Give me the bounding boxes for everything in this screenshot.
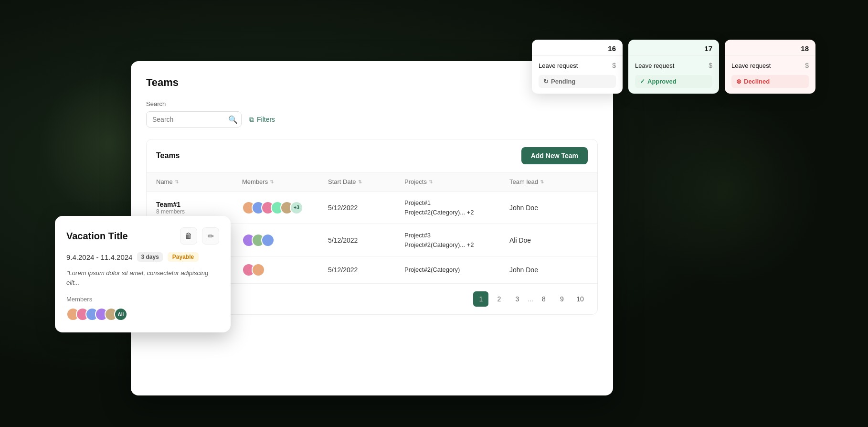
page-ellipsis: ... bbox=[528, 295, 533, 303]
col-start-date: Start Date ⇅ bbox=[328, 178, 404, 185]
sort-members-icon[interactable]: ⇅ bbox=[270, 179, 274, 184]
declined-icon: ⊗ bbox=[736, 78, 741, 85]
team-lead-cell: John Doe bbox=[509, 204, 598, 212]
calendar-cards: 16 Leave request $ ↻ Pending 17 Leave re… bbox=[532, 40, 815, 94]
vacation-avatars: All bbox=[66, 308, 219, 321]
page-9-button[interactable]: 9 bbox=[554, 291, 570, 307]
date-cell: 5/12/2022 bbox=[328, 266, 404, 274]
filters-button[interactable]: ⧉ Filters bbox=[249, 116, 275, 124]
page-2-button[interactable]: 2 bbox=[491, 291, 507, 307]
leave-request-label: Leave request bbox=[731, 62, 771, 69]
delete-icon: 🗑 bbox=[185, 232, 192, 240]
calendar-day: 18 bbox=[725, 40, 815, 56]
members-cell bbox=[242, 234, 328, 247]
members-cell: +3 bbox=[242, 201, 328, 214]
projects-cell: Project#2(Category) bbox=[404, 265, 509, 275]
search-row: 🔍 ⧉ Filters bbox=[146, 111, 598, 128]
projects-cell: Project#3Project#2(Category)... +2 bbox=[404, 231, 509, 249]
members-cell bbox=[242, 263, 328, 277]
avatar bbox=[252, 263, 265, 277]
status-badge: ↻ Pending bbox=[539, 75, 616, 88]
status-label: Pending bbox=[551, 78, 575, 85]
dollar-icon: $ bbox=[612, 62, 616, 69]
status-badge: ⊗ Declined bbox=[731, 75, 809, 88]
teams-table-header: Teams Add New Team bbox=[147, 139, 597, 172]
edit-button[interactable]: ✏ bbox=[202, 227, 219, 245]
filter-icon: ⧉ bbox=[249, 116, 254, 124]
delete-button[interactable]: 🗑 bbox=[180, 227, 197, 245]
search-label: Search bbox=[146, 100, 598, 107]
page-8-button[interactable]: 8 bbox=[536, 291, 551, 307]
edit-icon: ✏ bbox=[208, 232, 214, 241]
table-title: Teams bbox=[156, 151, 180, 160]
team-name-cell: Team#1 8 members bbox=[156, 201, 242, 215]
avatar bbox=[261, 234, 275, 247]
pending-icon: ↻ bbox=[543, 78, 549, 85]
avatar-more: +3 bbox=[290, 201, 303, 214]
calendar-card-approved: 17 Leave request $ ✓ Approved bbox=[628, 40, 719, 94]
search-section: Search 🔍 ⧉ Filters bbox=[146, 100, 598, 128]
search-wrapper: 🔍 bbox=[146, 111, 242, 128]
projects-cell: Project#1Project#2(Category)... +2 bbox=[404, 198, 509, 217]
calendar-card-declined: 18 Leave request $ ⊗ Declined bbox=[725, 40, 815, 94]
calendar-card-pending: 16 Leave request $ ↻ Pending bbox=[532, 40, 623, 94]
vacation-date-range: 9.4.2024 - 11.4.2024 bbox=[66, 253, 132, 261]
vacation-title: Vacation Title bbox=[66, 231, 128, 242]
add-new-team-button[interactable]: Add New Team bbox=[521, 147, 588, 164]
payable-badge: Payable bbox=[168, 252, 199, 262]
vacation-card: Vacation Title 🗑 ✏ 9.4.2024 - 11.4.2024 … bbox=[55, 216, 231, 332]
sort-name-icon[interactable]: ⇅ bbox=[175, 179, 179, 184]
calendar-card-body: Leave request $ ↻ Pending bbox=[532, 56, 623, 94]
leave-request-label: Leave request bbox=[635, 62, 674, 69]
search-icon[interactable]: 🔍 bbox=[228, 115, 238, 124]
calendar-card-body: Leave request $ ✓ Approved bbox=[628, 56, 719, 94]
col-members: Members ⇅ bbox=[242, 178, 328, 185]
vacation-description: "Lorem ipsum dolor sit amet, consectetur… bbox=[66, 268, 219, 287]
date-cell: 5/12/2022 bbox=[328, 236, 404, 244]
page-3-button[interactable]: 3 bbox=[509, 291, 525, 307]
search-input[interactable] bbox=[146, 111, 242, 128]
avatar-all: All bbox=[114, 308, 127, 321]
filters-label: Filters bbox=[257, 116, 275, 123]
leave-request-label: Leave request bbox=[539, 62, 578, 69]
page-10-button[interactable]: 10 bbox=[572, 291, 588, 307]
calendar-card-body: Leave request $ ⊗ Declined bbox=[725, 56, 815, 94]
members-label: Members bbox=[66, 296, 219, 303]
date-cell: 5/12/2022 bbox=[328, 204, 404, 212]
status-label: Approved bbox=[647, 78, 677, 85]
team-lead-cell: John Doe bbox=[509, 266, 598, 274]
col-team-lead: Team lead ⇅ bbox=[509, 178, 598, 185]
dollar-icon: $ bbox=[805, 62, 809, 69]
calendar-day: 16 bbox=[532, 40, 623, 56]
sort-lead-icon[interactable]: ⇅ bbox=[540, 179, 544, 184]
calendar-day: 17 bbox=[628, 40, 719, 56]
dollar-icon: $ bbox=[709, 62, 712, 69]
table-columns-header: Name ⇅ Members ⇅ Start Date ⇅ Projects ⇅… bbox=[147, 172, 597, 192]
team-lead-cell: Ali Doe bbox=[509, 236, 598, 244]
approved-icon: ✓ bbox=[640, 78, 645, 85]
status-label: Declined bbox=[744, 78, 770, 85]
sort-date-icon[interactable]: ⇅ bbox=[358, 179, 362, 184]
col-name: Name ⇅ bbox=[156, 178, 242, 185]
status-badge: ✓ Approved bbox=[635, 75, 712, 88]
page-title: Teams bbox=[146, 76, 598, 89]
col-projects: Projects ⇅ bbox=[404, 178, 509, 185]
vacation-actions: 🗑 ✏ bbox=[180, 227, 219, 245]
sort-projects-icon[interactable]: ⇅ bbox=[429, 179, 433, 184]
page-1-button[interactable]: 1 bbox=[473, 291, 488, 307]
days-badge: 3 days bbox=[137, 252, 162, 262]
